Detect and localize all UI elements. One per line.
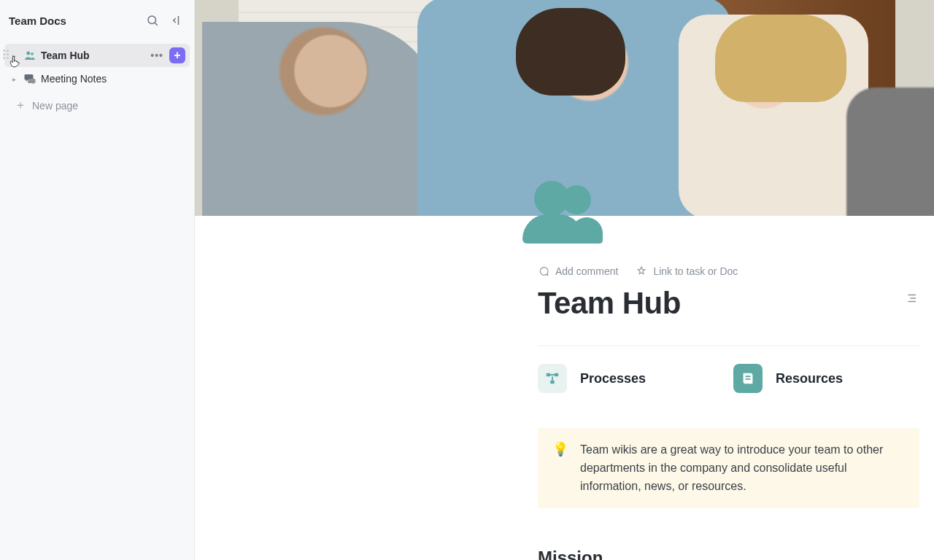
more-options-icon[interactable]: ••• [149,50,165,61]
people-icon [527,174,607,244]
sidebar-item-label: Team Hub [41,50,144,61]
link-task-label: Link to task or Doc [653,265,738,277]
page-title[interactable]: Team Hub [538,286,681,321]
new-page-button[interactable]: ＋ New page [4,93,190,117]
table-of-contents-icon[interactable] [905,292,918,307]
svg-rect-8 [547,373,551,377]
svg-point-4 [31,52,34,55]
divider [538,346,919,346]
svg-point-0 [148,16,156,24]
link-card-resources[interactable]: Resources [733,364,843,393]
chevron-right-icon[interactable]: ▸ [9,75,19,83]
sidebar-list: ▸ Team Hub ••• + ▸ Meeting Notes ＋ [0,41,194,117]
add-comment-label: Add comment [555,265,618,277]
plus-icon: ＋ [15,98,25,113]
svg-rect-9 [555,373,559,377]
svg-rect-11 [745,376,750,377]
sidebar-item-team-hub[interactable]: ▸ Team Hub ••• + [4,44,190,67]
svg-rect-10 [550,381,555,384]
sidebar-title: Team Docs [9,15,66,27]
page-icon[interactable] [527,174,607,244]
flow-icon [538,364,567,393]
svg-rect-12 [745,378,750,380]
link-task-button[interactable]: Link to task or Doc [636,265,738,277]
people-icon [23,49,36,62]
main-content: Add comment Link to task or Doc Team Hub [195,0,934,560]
svg-point-3 [26,52,30,55]
sidebar-item-meeting-notes[interactable]: ▸ Meeting Notes [4,67,190,90]
lightbulb-icon: 💡 [552,443,568,495]
search-icon[interactable] [144,12,161,28]
book-icon [733,364,763,393]
add-comment-button[interactable]: Add comment [538,265,618,277]
new-page-label: New page [32,100,78,112]
drag-handle-icon[interactable] [3,50,10,61]
link-card-label: Resources [776,371,843,386]
page-links-row: Processes Resources [538,364,919,393]
chat-icon [23,72,36,85]
section-heading-mission[interactable]: Mission [538,548,919,560]
page-meta-row: Add comment Link to task or Doc [538,265,919,277]
collapse-sidebar-icon[interactable] [169,12,185,28]
sidebar: Team Docs ▸ Team Hub ••• + [0,0,195,560]
sidebar-header: Team Docs [0,0,194,41]
link-card-label: Processes [580,371,646,386]
sidebar-item-label: Meeting Notes [41,73,185,85]
chevron-right-icon[interactable]: ▸ [9,52,19,60]
tip-text: Team wikis are a great way to introduce … [580,441,905,495]
link-card-processes[interactable]: Processes [538,364,646,393]
tip-callout: 💡 Team wikis are a great way to introduc… [538,428,919,508]
add-subpage-button[interactable]: + [169,47,185,63]
svg-line-1 [155,23,157,25]
